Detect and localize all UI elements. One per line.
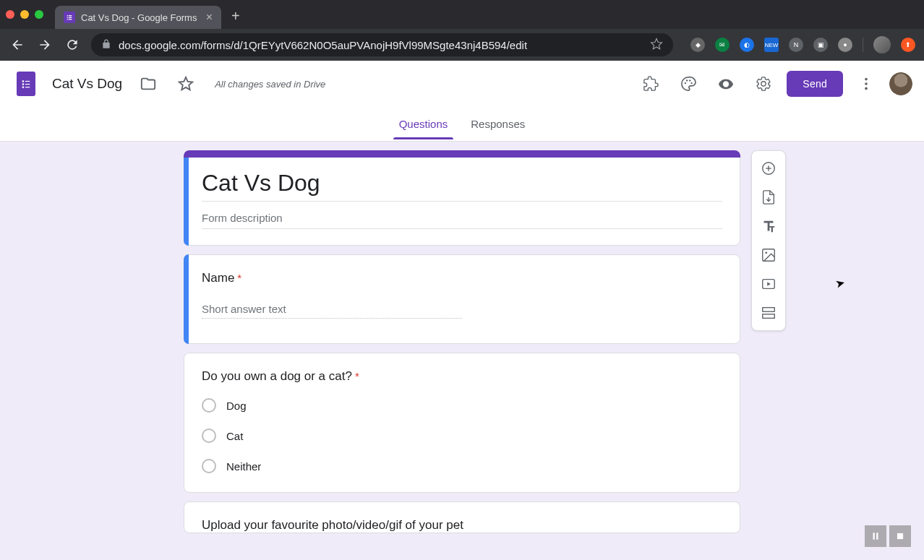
option-label: Cat (226, 430, 243, 442)
addons-button[interactable] (636, 69, 665, 98)
window-controls (6, 10, 43, 19)
short-answer-placeholder: Short answer text (202, 300, 462, 319)
extension-icon[interactable]: ⬆ (901, 38, 915, 52)
svg-rect-3 (69, 17, 72, 18)
forward-button[interactable] (36, 36, 54, 53)
svg-rect-29 (763, 314, 775, 319)
tab-close-icon[interactable]: × (206, 11, 213, 24)
option-label: Neither (226, 460, 261, 473)
question-toolbar (751, 150, 786, 331)
save-status: All changes saved in Drive (215, 79, 325, 90)
radio-icon (202, 428, 216, 443)
svg-rect-4 (67, 19, 68, 20)
svg-marker-27 (767, 282, 771, 286)
tab-responses[interactable]: Responses (469, 109, 526, 139)
more-button[interactable] (852, 69, 881, 98)
url-text: docs.google.com/forms/d/1QrEYytV662N0O5a… (119, 39, 527, 51)
back-button[interactable] (9, 36, 26, 53)
tab-questions[interactable]: Questions (398, 109, 450, 139)
browser-tab-strip: Cat Vs Dog - Google Forms × + (0, 0, 924, 29)
form-title-input[interactable]: Cat Vs Dog (202, 170, 722, 202)
minimize-window-button[interactable] (20, 10, 29, 19)
account-avatar[interactable] (889, 72, 912, 95)
required-asterisk: * (237, 272, 241, 284)
browser-toolbar: docs.google.com/forms/d/1QrEYytV662N0O5a… (0, 29, 924, 61)
svg-rect-31 (876, 533, 878, 539)
radio-icon (202, 459, 216, 473)
svg-rect-1 (69, 15, 72, 16)
radio-option[interactable]: Neither (202, 459, 722, 473)
profile-avatar[interactable] (873, 36, 891, 53)
settings-button[interactable] (749, 69, 778, 98)
app-header: Cat Vs Dog All changes saved in Drive Se… (0, 61, 924, 107)
document-title-input[interactable]: Cat Vs Dog (49, 74, 125, 93)
add-image-button[interactable] (756, 242, 782, 268)
close-window-button[interactable] (6, 10, 14, 19)
svg-rect-2 (67, 17, 68, 18)
svg-point-14 (689, 79, 690, 81)
form-description-input[interactable]: Form description (202, 207, 722, 229)
option-label: Dog (226, 400, 247, 412)
question-card[interactable]: Name* Short answer text (184, 254, 740, 344)
extension-icon[interactable]: N (789, 38, 803, 52)
forms-favicon (64, 12, 75, 23)
send-button[interactable]: Send (787, 71, 843, 97)
svg-rect-32 (897, 533, 903, 539)
svg-point-18 (865, 82, 868, 85)
form-tabs: Questions Responses (0, 107, 924, 142)
preview-button[interactable] (711, 69, 740, 98)
import-questions-button[interactable] (756, 184, 782, 210)
add-section-button[interactable] (756, 300, 782, 326)
extension-icons: ◆ ✉ ◐ NEW N ▣ ● ⬆ (683, 36, 915, 53)
star-button[interactable] (171, 69, 200, 98)
form-header-card[interactable]: Cat Vs Dog Form description (184, 150, 740, 246)
question-title[interactable]: Do you own a dog or a cat?* (202, 369, 722, 384)
question-card[interactable]: Do you own a dog or a cat?* Dog Cat Neit… (184, 353, 740, 493)
bookmark-star-icon[interactable] (650, 38, 663, 53)
pause-recording-button[interactable] (865, 525, 886, 547)
extension-icon[interactable]: ✉ (715, 38, 730, 52)
svg-point-16 (724, 83, 727, 86)
svg-point-15 (691, 82, 693, 84)
svg-rect-5 (69, 19, 72, 20)
extension-icon[interactable]: NEW (764, 38, 779, 52)
address-bar[interactable]: docs.google.com/forms/d/1QrEYytV662N0O5a… (91, 33, 673, 56)
add-video-button[interactable] (756, 271, 782, 297)
add-question-button[interactable] (756, 155, 782, 181)
separator (863, 38, 863, 52)
forms-logo[interactable] (12, 69, 40, 98)
svg-point-25 (765, 251, 767, 254)
svg-rect-7 (25, 81, 30, 82)
svg-point-12 (685, 82, 686, 84)
form-canvas: Cat Vs Dog Form description Name* Short … (0, 142, 924, 560)
svg-rect-30 (873, 533, 875, 539)
question-title[interactable]: Name* (202, 271, 722, 285)
svg-point-19 (865, 87, 868, 90)
mouse-cursor: ➤ (834, 276, 846, 292)
svg-rect-10 (22, 87, 24, 88)
question-card[interactable]: Upload your favourite photo/video/gif of… (184, 501, 740, 533)
extension-icon[interactable]: ◐ (740, 38, 754, 52)
extension-icon[interactable]: ◆ (690, 38, 705, 52)
radio-option[interactable]: Cat (202, 428, 722, 443)
customize-theme-button[interactable] (674, 69, 703, 98)
extension-icon[interactable]: ● (838, 38, 852, 52)
reload-button[interactable] (64, 36, 81, 53)
svg-point-17 (865, 78, 868, 81)
new-tab-button[interactable]: + (231, 8, 240, 25)
svg-rect-28 (763, 308, 775, 312)
svg-point-13 (686, 79, 688, 81)
browser-tab[interactable]: Cat Vs Dog - Google Forms × (55, 6, 221, 29)
stop-recording-button[interactable] (889, 525, 911, 547)
radio-option[interactable]: Dog (202, 398, 722, 413)
required-asterisk: * (355, 370, 359, 382)
add-title-button[interactable] (756, 213, 782, 239)
svg-rect-9 (25, 84, 30, 85)
tab-title: Cat Vs Dog - Google Forms (81, 12, 197, 23)
svg-rect-8 (22, 83, 24, 85)
recording-controls (865, 525, 911, 547)
move-to-folder-button[interactable] (134, 69, 163, 98)
extension-icon[interactable]: ▣ (813, 38, 828, 52)
question-title[interactable]: Upload your favourite photo/video/gif of… (202, 518, 722, 533)
maximize-window-button[interactable] (35, 10, 43, 19)
